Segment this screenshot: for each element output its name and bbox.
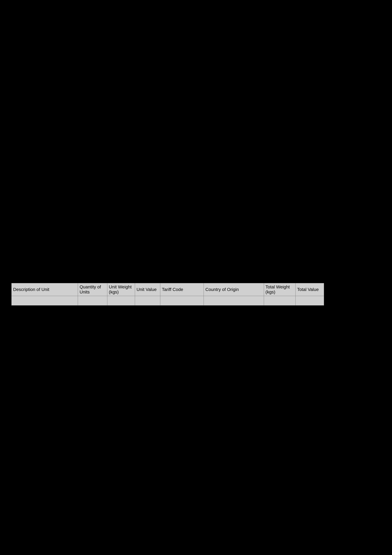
- header-unit-value: Unit Value: [135, 283, 160, 296]
- table-row: [12, 296, 324, 306]
- customs-table-container: Description of Unit Quantity of Units Un…: [11, 283, 324, 306]
- header-description: Description of Unit: [12, 283, 78, 296]
- customs-table: Description of Unit Quantity of Units Un…: [11, 283, 324, 306]
- header-unit-weight: Unit Weight (kgs): [107, 283, 135, 296]
- header-tariff-code: Tariff Code: [160, 283, 204, 296]
- table-header-row: Description of Unit Quantity of Units Un…: [12, 283, 324, 296]
- header-total-weight: Total Weight (kgs): [264, 283, 295, 296]
- header-quantity: Quantity of Units: [78, 283, 107, 296]
- header-total-value: Total Value: [295, 283, 324, 296]
- header-country-of-origin: Country of Origin: [204, 283, 264, 296]
